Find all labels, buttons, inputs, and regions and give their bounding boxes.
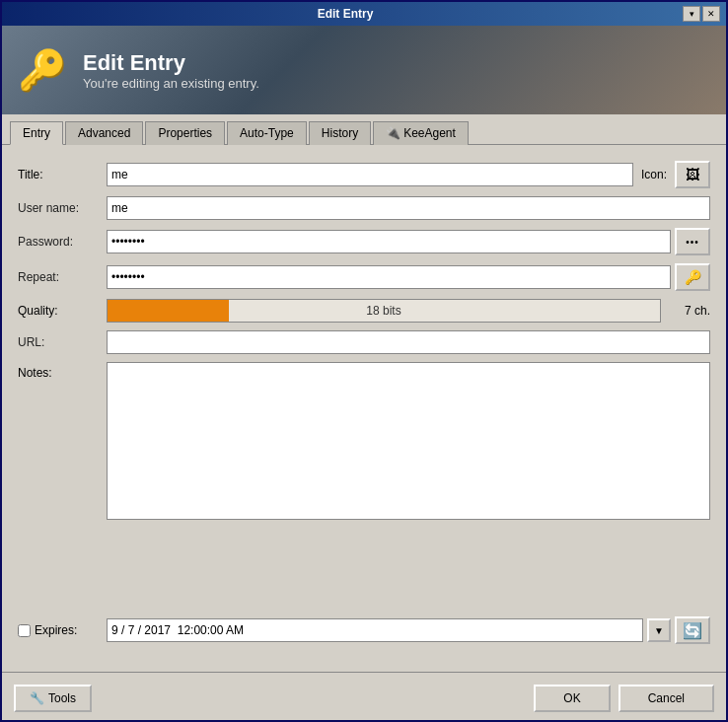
main-window: Edit Entry ▾ ✕ 🔑 Edit Entry You're editi…: [0, 0, 728, 722]
expires-date-input[interactable]: [107, 618, 643, 642]
tab-properties[interactable]: Properties: [145, 121, 225, 145]
url-input[interactable]: [107, 330, 710, 354]
quality-row: Quality: 18 bits 7 ch.: [18, 299, 710, 323]
tools-button[interactable]: 🔧 Tools: [14, 685, 92, 712]
quality-bar: 18 bits: [107, 299, 661, 323]
tab-keeagent[interactable]: 🔌KeeAgent: [373, 121, 469, 145]
repeat-key-button[interactable]: 🔑: [675, 263, 710, 291]
password-input[interactable]: [107, 230, 671, 253]
username-input[interactable]: [107, 196, 710, 220]
expires-refresh-button[interactable]: 🔄: [675, 616, 710, 644]
expires-input-area: ▼ 🔄: [107, 616, 710, 644]
notes-textarea[interactable]: [107, 362, 710, 520]
action-buttons: OK Cancel: [534, 685, 714, 712]
password-input-group: •••: [107, 228, 710, 255]
minimize-button[interactable]: ▾: [683, 6, 700, 22]
repeat-key-icon: 🔑: [685, 269, 701, 285]
title-row: Title: Icon: 🖼: [18, 161, 710, 188]
url-row: URL:: [18, 330, 710, 354]
quality-ch: 7 ch.: [661, 304, 710, 318]
content-area: Entry Advanced Properties Auto-Type Hist…: [2, 114, 726, 720]
icon-field-label: Icon:: [641, 168, 667, 181]
repeat-input[interactable]: [107, 265, 671, 289]
tab-bar: Entry Advanced Properties Auto-Type Hist…: [2, 114, 726, 145]
notes-row: Notes:: [18, 362, 710, 609]
close-button[interactable]: ✕: [702, 6, 720, 22]
window-title: Edit Entry: [8, 7, 683, 21]
url-label: URL:: [18, 335, 107, 349]
username-label: User name:: [18, 201, 107, 215]
expires-checkbox[interactable]: [18, 624, 31, 637]
title-input[interactable]: [107, 163, 633, 186]
repeat-row: Repeat: 🔑: [18, 263, 710, 291]
tab-history[interactable]: History: [309, 121, 371, 145]
bottom-divider: [2, 672, 726, 673]
ok-button[interactable]: OK: [534, 685, 610, 712]
title-input-area: Icon: 🖼: [107, 161, 710, 188]
icon-button-symbol: 🖼: [686, 167, 699, 182]
notes-label: Notes:: [18, 362, 107, 380]
quality-bar-text: 18 bits: [108, 304, 660, 318]
header-title: Edit Entry: [83, 50, 259, 76]
icon-button[interactable]: 🖼: [675, 161, 710, 188]
header-icon: 🔑: [18, 47, 67, 94]
header-subtitle: You're editing an existing entry.: [83, 76, 259, 91]
header-text: Edit Entry You're editing an existing en…: [83, 50, 259, 91]
repeat-input-group: 🔑: [107, 263, 710, 291]
password-row: Password: •••: [18, 228, 710, 255]
form-area: Title: Icon: 🖼 User name: Password:: [2, 145, 726, 668]
repeat-label: Repeat:: [18, 270, 107, 284]
expires-checkbox-area: Expires:: [18, 623, 107, 637]
password-reveal-button[interactable]: •••: [675, 228, 710, 255]
titlebar-controls: ▾ ✕: [683, 6, 720, 22]
tab-advanced[interactable]: Advanced: [65, 121, 143, 145]
titlebar: Edit Entry ▾ ✕: [2, 2, 726, 26]
expires-refresh-icon: 🔄: [683, 621, 702, 640]
cancel-button[interactable]: Cancel: [619, 685, 714, 712]
button-bar: 🔧 Tools OK Cancel: [2, 677, 726, 720]
expires-label: Expires:: [35, 623, 77, 637]
quality-label: Quality:: [18, 304, 107, 318]
title-label: Title:: [18, 168, 107, 181]
tools-label: Tools: [48, 691, 76, 705]
header-area: 🔑 Edit Entry You're editing an existing …: [2, 26, 726, 114]
tab-entry[interactable]: Entry: [10, 121, 63, 145]
keeagent-icon: 🔌: [386, 126, 400, 140]
tools-icon: 🔧: [30, 691, 44, 705]
username-row: User name:: [18, 196, 710, 220]
password-label: Password:: [18, 235, 107, 249]
tab-auto-type[interactable]: Auto-Type: [227, 121, 307, 145]
expires-row: Expires: ▼ 🔄: [18, 616, 710, 644]
expires-dropdown-button[interactable]: ▼: [647, 618, 671, 642]
